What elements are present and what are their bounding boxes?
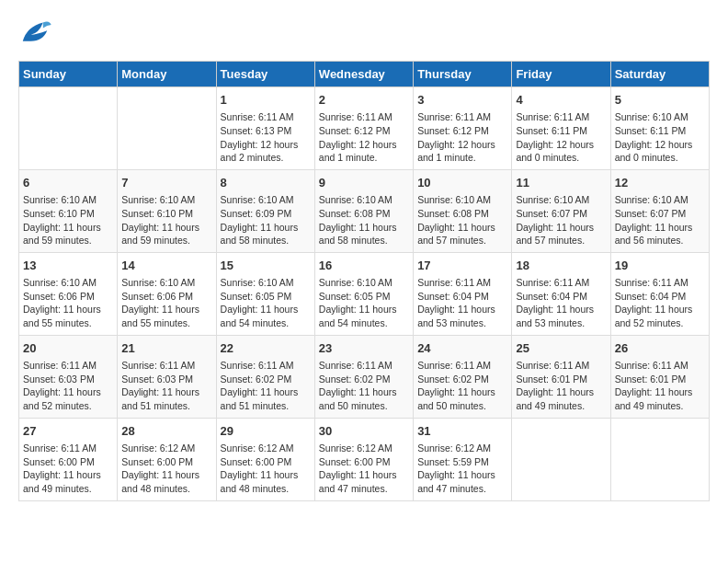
sunrise-text: Sunrise: 6:11 AM (516, 359, 606, 373)
calendar-cell: 2Sunrise: 6:11 AMSunset: 6:12 PMDaylight… (314, 87, 413, 170)
week-row-4: 20Sunrise: 6:11 AMSunset: 6:03 PMDayligh… (19, 335, 710, 418)
daylight-hours: Daylight: 12 hours (516, 138, 606, 152)
daylight-minutes: and 52 minutes. (23, 399, 113, 413)
sunrise-text: Sunrise: 6:12 AM (121, 442, 211, 455)
daylight-minutes: and 54 minutes. (319, 316, 409, 330)
sunset-text: Sunset: 6:06 PM (23, 290, 113, 304)
day-number: 29 (221, 423, 311, 440)
daylight-hours: Daylight: 11 hours (319, 303, 409, 316)
sunset-text: Sunset: 6:01 PM (516, 373, 606, 386)
sunrise-text: Sunrise: 6:11 AM (319, 110, 409, 124)
sunset-text: Sunset: 6:00 PM (23, 455, 113, 469)
daylight-hours: Daylight: 11 hours (516, 385, 606, 399)
day-number: 6 (23, 175, 113, 191)
day-number: 19 (615, 258, 705, 274)
calendar-cell: 19Sunrise: 6:11 AMSunset: 6:04 PMDayligh… (610, 252, 709, 335)
weekday-header-monday: Monday (118, 62, 216, 87)
sunset-text: Sunset: 6:04 PM (615, 290, 705, 304)
daylight-minutes: and 50 minutes. (319, 399, 409, 413)
sunset-text: Sunset: 6:00 PM (319, 455, 409, 469)
calendar-cell: 16Sunrise: 6:10 AMSunset: 6:05 PMDayligh… (314, 252, 413, 335)
daylight-hours: Daylight: 11 hours (417, 385, 507, 399)
sunset-text: Sunset: 6:09 PM (221, 207, 311, 221)
daylight-minutes: and 53 minutes. (516, 316, 606, 330)
daylight-minutes: and 49 minutes. (23, 482, 113, 496)
week-row-5: 27Sunrise: 6:11 AMSunset: 6:00 PMDayligh… (19, 418, 710, 500)
sunrise-text: Sunrise: 6:10 AM (615, 110, 705, 124)
daylight-hours: Daylight: 12 hours (615, 138, 705, 152)
daylight-minutes: and 48 minutes. (121, 482, 211, 496)
weekday-header-friday: Friday (512, 62, 610, 87)
calendar-cell (19, 87, 118, 170)
calendar-cell: 13Sunrise: 6:10 AMSunset: 6:06 PMDayligh… (19, 252, 118, 335)
day-number: 7 (121, 175, 211, 191)
weekday-header-wednesday: Wednesday (314, 62, 413, 87)
day-number: 28 (121, 423, 211, 440)
daylight-hours: Daylight: 12 hours (221, 138, 311, 152)
calendar-cell (610, 418, 709, 500)
sunset-text: Sunset: 6:11 PM (516, 124, 606, 138)
day-number: 23 (319, 340, 409, 357)
daylight-minutes: and 56 minutes. (615, 234, 705, 247)
daylight-hours: Daylight: 11 hours (221, 221, 311, 235)
sunrise-text: Sunrise: 6:11 AM (615, 276, 705, 290)
calendar-cell: 15Sunrise: 6:10 AMSunset: 6:05 PMDayligh… (216, 252, 314, 335)
daylight-hours: Daylight: 11 hours (23, 468, 113, 482)
weekday-header-saturday: Saturday (610, 62, 709, 87)
sunrise-text: Sunrise: 6:11 AM (417, 276, 507, 290)
daylight-hours: Daylight: 11 hours (615, 221, 705, 235)
sunrise-text: Sunrise: 6:12 AM (417, 442, 507, 455)
calendar-table: SundayMondayTuesdayWednesdayThursdayFrid… (18, 61, 710, 501)
daylight-minutes: and 55 minutes. (121, 316, 211, 330)
sunset-text: Sunset: 6:11 PM (615, 124, 705, 138)
sunset-text: Sunset: 6:04 PM (417, 290, 507, 304)
day-number: 31 (417, 423, 507, 440)
sunset-text: Sunset: 6:02 PM (221, 373, 311, 386)
daylight-hours: Daylight: 11 hours (23, 385, 113, 399)
calendar-cell: 11Sunrise: 6:10 AMSunset: 6:07 PMDayligh… (512, 169, 610, 252)
sunrise-text: Sunrise: 6:10 AM (121, 276, 211, 290)
daylight-hours: Daylight: 11 hours (121, 221, 211, 235)
day-number: 9 (319, 175, 409, 191)
sunset-text: Sunset: 6:06 PM (121, 290, 211, 304)
calendar-cell: 9Sunrise: 6:10 AMSunset: 6:08 PMDaylight… (314, 169, 413, 252)
day-number: 12 (615, 175, 705, 191)
daylight-hours: Daylight: 11 hours (121, 468, 211, 482)
daylight-hours: Daylight: 11 hours (221, 385, 311, 399)
calendar-cell: 23Sunrise: 6:11 AMSunset: 6:02 PMDayligh… (314, 335, 413, 418)
daylight-minutes: and 2 minutes. (221, 151, 311, 165)
sunset-text: Sunset: 6:04 PM (516, 290, 606, 304)
weekday-header-sunday: Sunday (19, 62, 118, 87)
sunrise-text: Sunrise: 6:10 AM (221, 276, 311, 290)
daylight-hours: Daylight: 11 hours (516, 221, 606, 235)
calendar-cell: 21Sunrise: 6:11 AMSunset: 6:03 PMDayligh… (118, 335, 216, 418)
day-number: 17 (417, 258, 507, 274)
calendar-cell: 31Sunrise: 6:12 AMSunset: 5:59 PMDayligh… (414, 418, 512, 500)
day-number: 26 (615, 340, 705, 357)
day-number: 2 (319, 92, 409, 109)
daylight-minutes: and 54 minutes. (221, 316, 311, 330)
daylight-hours: Daylight: 11 hours (615, 385, 705, 399)
week-row-2: 6Sunrise: 6:10 AMSunset: 6:10 PMDaylight… (19, 169, 710, 252)
sunset-text: Sunset: 5:59 PM (417, 455, 507, 469)
daylight-minutes: and 50 minutes. (417, 399, 507, 413)
sunrise-text: Sunrise: 6:11 AM (417, 110, 507, 124)
day-number: 22 (221, 340, 311, 357)
daylight-hours: Daylight: 11 hours (23, 303, 113, 316)
calendar-cell: 29Sunrise: 6:12 AMSunset: 6:00 PMDayligh… (216, 418, 314, 500)
sunset-text: Sunset: 6:07 PM (615, 207, 705, 221)
sunset-text: Sunset: 6:10 PM (121, 207, 211, 221)
sunrise-text: Sunrise: 6:11 AM (417, 359, 507, 373)
daylight-minutes: and 1 minute. (417, 151, 507, 165)
daylight-hours: Daylight: 11 hours (319, 221, 409, 235)
sunset-text: Sunset: 6:13 PM (221, 124, 311, 138)
calendar-cell: 26Sunrise: 6:11 AMSunset: 6:01 PMDayligh… (610, 335, 709, 418)
day-number: 14 (121, 258, 211, 274)
sunrise-text: Sunrise: 6:11 AM (23, 359, 113, 373)
calendar-cell: 25Sunrise: 6:11 AMSunset: 6:01 PMDayligh… (512, 335, 610, 418)
calendar-cell: 30Sunrise: 6:12 AMSunset: 6:00 PMDayligh… (314, 418, 413, 500)
calendar-cell: 5Sunrise: 6:10 AMSunset: 6:11 PMDaylight… (610, 87, 709, 170)
sunset-text: Sunset: 6:12 PM (319, 124, 409, 138)
sunrise-text: Sunrise: 6:11 AM (516, 110, 606, 124)
day-number: 3 (417, 92, 507, 109)
